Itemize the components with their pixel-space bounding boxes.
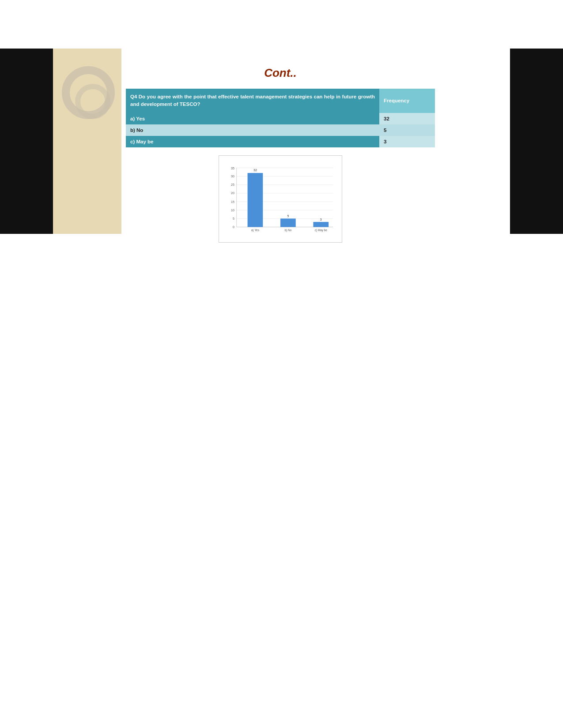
svg-text:15: 15 bbox=[231, 200, 234, 203]
page-title: Cont.. bbox=[126, 66, 435, 80]
svg-text:5: 5 bbox=[233, 217, 234, 220]
table-row: c) May be3 bbox=[126, 136, 435, 147]
svg-text:b) No: b) No bbox=[284, 229, 291, 232]
svg-text:20: 20 bbox=[231, 191, 234, 195]
bar-yes bbox=[248, 173, 263, 227]
svg-text:c) May be: c) May be bbox=[315, 229, 328, 232]
row-value: 5 bbox=[379, 124, 435, 136]
frequency-header: Frequency bbox=[379, 89, 435, 113]
row-label: b) No bbox=[126, 124, 379, 136]
svg-text:25: 25 bbox=[231, 183, 234, 186]
svg-text:0: 0 bbox=[233, 225, 234, 229]
question-header: Q4 Do you agree with the point that effe… bbox=[126, 89, 379, 113]
left-black-panel bbox=[0, 49, 53, 234]
svg-text:a) Yes: a) Yes bbox=[251, 229, 259, 232]
circle-decoration-2 bbox=[75, 84, 110, 119]
right-black-panel bbox=[510, 49, 563, 234]
svg-text:30: 30 bbox=[231, 175, 234, 178]
row-label: c) May be bbox=[126, 136, 379, 147]
bar-maybe bbox=[313, 221, 329, 227]
main-content: Cont.. Q4 Do you agree with the point th… bbox=[126, 49, 435, 243]
bar-no bbox=[280, 218, 296, 227]
table-row: b) No5 bbox=[126, 124, 435, 136]
table-header-row: Q4 Do you agree with the point that effe… bbox=[126, 89, 435, 113]
svg-text:35: 35 bbox=[231, 166, 234, 169]
bar-chart: 35 30 25 20 15 10 5 0 32 a) Yes bbox=[223, 161, 337, 236]
chart-container: 35 30 25 20 15 10 5 0 32 a) Yes bbox=[219, 155, 342, 243]
data-table: Q4 Do you agree with the point that effe… bbox=[126, 89, 435, 147]
svg-text:5: 5 bbox=[287, 214, 289, 217]
svg-text:3: 3 bbox=[320, 218, 322, 221]
left-beige-panel bbox=[53, 49, 121, 234]
row-label: a) Yes bbox=[126, 113, 379, 124]
svg-text:10: 10 bbox=[231, 208, 234, 211]
row-value: 3 bbox=[379, 136, 435, 147]
row-value: 32 bbox=[379, 113, 435, 124]
table-row: a) Yes32 bbox=[126, 113, 435, 124]
svg-text:32: 32 bbox=[253, 169, 257, 172]
